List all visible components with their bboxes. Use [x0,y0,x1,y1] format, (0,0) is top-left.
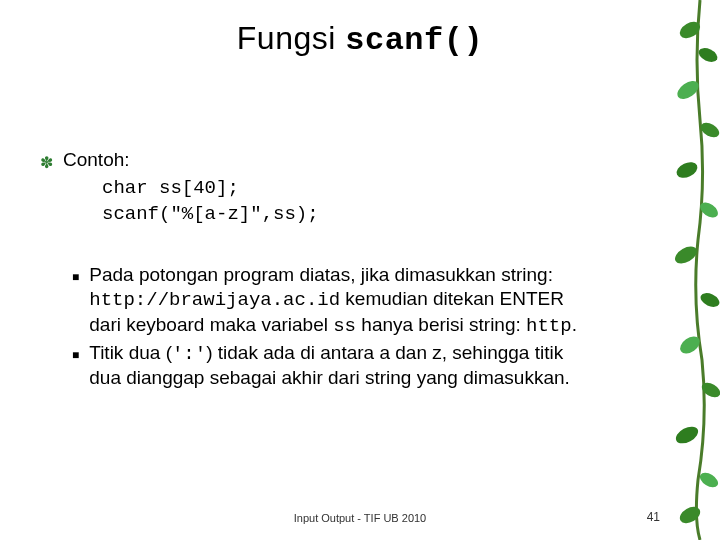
svg-point-10 [673,423,701,447]
p1-c1: http://brawijaya.ac.id [89,289,340,311]
paragraph-2: ■ Titik dua (':') tidak ada di antara a … [72,341,595,391]
paragraph-1-text: Pada potongan program diatas, jika dimas… [89,263,595,338]
svg-point-5 [697,199,720,220]
p1-c2: ss [333,315,356,337]
footer-text: Input Output - TIF UB 2010 [0,512,720,524]
svg-point-8 [677,333,703,357]
svg-point-2 [674,77,702,102]
title-code: scanf() [345,22,483,59]
p2-t1: Titik dua ( [89,342,172,363]
paragraph-1: ■ Pada potongan program diatas, jika dim… [72,263,595,338]
svg-point-11 [697,470,720,491]
paragraphs: ■ Pada potongan program diatas, jika dim… [40,263,595,390]
square-bullet-icon: ■ [72,348,79,362]
svg-point-0 [677,18,703,41]
slide-title: Fungsi scanf() [40,20,680,59]
svg-point-1 [696,45,719,64]
example-label: Contoh: [63,149,130,171]
p1-t4: . [572,314,577,335]
code-line-2: scanf("%[a-z]",ss); [102,202,595,228]
p1-t1: Pada potongan program diatas, jika dimas… [89,264,553,285]
p2-c1: ':' [172,343,206,365]
code-line-1: char ss[40]; [102,176,595,202]
svg-point-3 [698,120,720,140]
flower-bullet-icon: ✽ [40,153,53,172]
p1-t3: hanya berisi string: [356,314,526,335]
p1-c3: http [526,315,572,337]
svg-point-7 [698,290,720,309]
example-block: ✽ Contoh: [40,149,595,172]
slide: Fungsi scanf() ✽ Contoh: char ss[40]; sc… [0,0,720,540]
square-bullet-icon: ■ [72,270,79,284]
paragraph-2-text: Titik dua (':') tidak ada di antara a da… [89,341,595,391]
title-word: Fungsi [237,20,345,56]
slide-body: ✽ Contoh: char ss[40]; scanf("%[a-z]",ss… [40,149,680,390]
svg-point-9 [699,380,720,400]
page-number: 41 [647,510,660,524]
